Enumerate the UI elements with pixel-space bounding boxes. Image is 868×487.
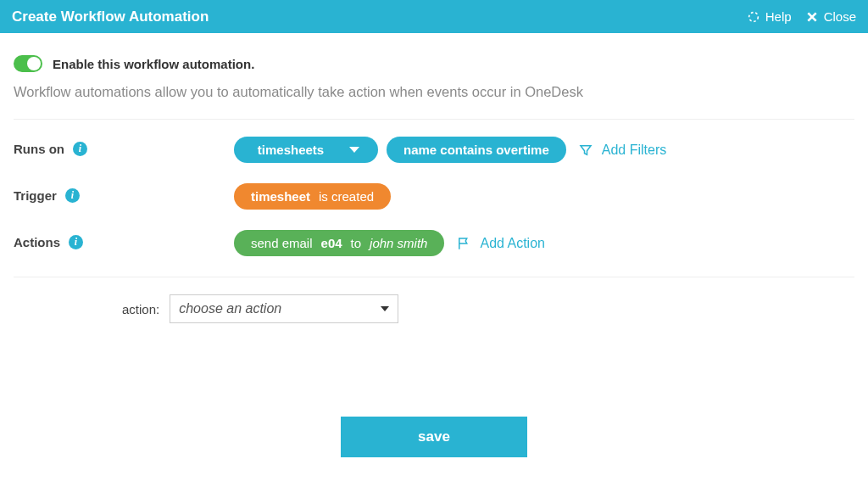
save-row: save xyxy=(14,417,854,457)
chevron-down-icon xyxy=(381,306,389,311)
titlebar: Create Workflow Automation Help Close xyxy=(0,0,868,33)
runs-on-filter-text: name contains overtime xyxy=(403,143,549,157)
trigger-entity: timesheet xyxy=(251,189,310,204)
titlebar-actions: Help Close xyxy=(747,9,856,24)
action-to: to xyxy=(351,236,362,250)
save-button[interactable]: save xyxy=(341,417,527,457)
action-select-placeholder: choose an action xyxy=(179,301,281,316)
help-button[interactable]: Help xyxy=(747,9,792,24)
action-picker-label: action: xyxy=(122,302,159,316)
titlebar-title: Create Workflow Automation xyxy=(12,8,209,25)
trigger-label-wrap: Trigger i xyxy=(14,183,234,203)
svg-point-0 xyxy=(748,12,758,21)
trigger-label: Trigger xyxy=(14,188,57,203)
enable-toggle[interactable] xyxy=(14,55,42,72)
add-filters-label: Add Filters xyxy=(602,143,666,158)
runs-on-filter-pill[interactable]: name contains overtime xyxy=(387,137,566,163)
enable-label: Enable this workflow automation. xyxy=(53,57,254,71)
actions-label: Actions xyxy=(14,235,60,249)
divider xyxy=(14,119,854,120)
help-icon xyxy=(747,10,760,24)
trigger-pill[interactable]: timesheet is created xyxy=(234,183,391,210)
close-label: Close xyxy=(824,9,856,24)
trigger-row: Trigger i timesheet is created xyxy=(14,183,854,210)
action-prefix: send email xyxy=(251,236,313,250)
divider xyxy=(14,277,854,277)
content: Enable this workflow automation. Workflo… xyxy=(0,33,868,457)
flag-icon xyxy=(456,236,471,251)
description-text: Workflow automations allow you to automa… xyxy=(14,84,854,100)
close-button[interactable]: Close xyxy=(805,9,856,24)
add-filters-button[interactable]: Add Filters xyxy=(578,143,666,158)
runs-on-type-select[interactable]: timesheets xyxy=(234,137,378,163)
action-recipient: john smith xyxy=(370,236,427,250)
info-icon[interactable]: i xyxy=(69,235,83,249)
action-template: e04 xyxy=(321,236,342,250)
actions-label-wrap: Actions i xyxy=(14,230,234,249)
action-picker-row: action: choose an action xyxy=(14,294,854,323)
chevron-down-icon xyxy=(349,147,359,153)
enable-row: Enable this workflow automation. xyxy=(14,55,854,72)
runs-on-label-wrap: Runs on i xyxy=(14,137,234,156)
runs-on-label: Runs on xyxy=(14,142,64,156)
action-select[interactable]: choose an action xyxy=(170,294,398,323)
help-label: Help xyxy=(765,9,792,24)
runs-on-row: Runs on i timesheets name contains overt… xyxy=(14,137,854,163)
info-icon[interactable]: i xyxy=(73,142,87,156)
info-icon[interactable]: i xyxy=(65,188,80,203)
actions-row: Actions i send email e04 to john smith A… xyxy=(14,230,854,256)
trigger-condition: is created xyxy=(319,189,374,204)
action-pill[interactable]: send email e04 to john smith xyxy=(234,230,444,256)
runs-on-type-label: timesheets xyxy=(258,143,324,157)
add-action-button[interactable]: Add Action xyxy=(456,236,545,251)
close-icon xyxy=(805,10,819,24)
add-action-label: Add Action xyxy=(480,236,545,251)
filter-icon xyxy=(578,143,593,158)
